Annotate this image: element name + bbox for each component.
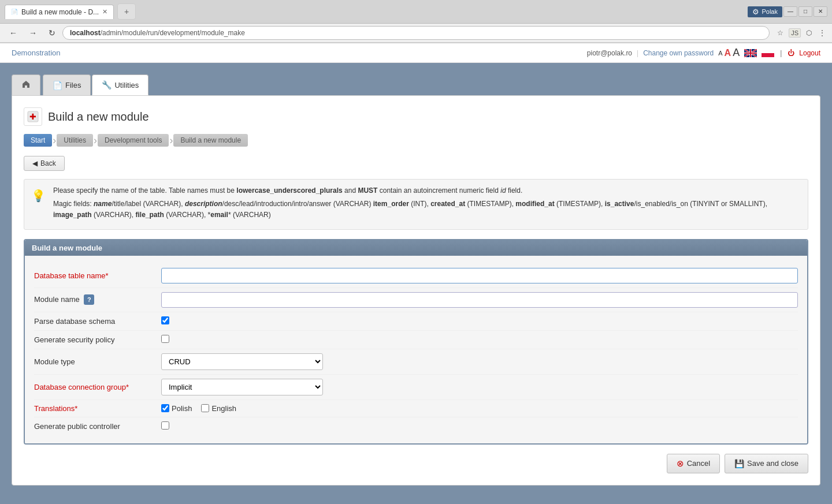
flag-pl-icon xyxy=(762,49,774,57)
back-button-label: Back xyxy=(40,159,56,167)
tab-title: Build a new module - D... xyxy=(21,8,99,16)
module-type-label: Module type xyxy=(34,357,161,366)
demo-link[interactable]: Demonstration xyxy=(12,48,61,57)
tab-utilities[interactable]: 🔧 Utilities xyxy=(92,74,148,95)
info-line1: Please specify the name of the table. Ta… xyxy=(53,185,800,196)
security-policy-checkbox[interactable] xyxy=(161,335,169,343)
info-line2: Magic fields: name/title/label (VARCHAR)… xyxy=(53,199,800,221)
breadcrumb-utilities-btn[interactable]: Utilities xyxy=(57,134,93,147)
cast-icon[interactable]: ⬡ xyxy=(804,27,814,39)
translation-polish[interactable]: Polish xyxy=(161,404,192,413)
font-small-button[interactable]: A xyxy=(718,50,722,57)
maximize-button[interactable]: □ xyxy=(798,6,812,17)
translation-english[interactable]: English xyxy=(201,404,236,413)
db-connection-select[interactable]: Implicit Default Secondary xyxy=(161,379,323,395)
section-header: Build a new module xyxy=(25,240,807,256)
info-box: 💡 Please specify the name of the table. … xyxy=(24,179,808,230)
app-header: Demonstration piotr@polak.ro | Change ow… xyxy=(0,43,832,63)
forward-nav-button[interactable]: → xyxy=(24,26,42,40)
cancel-label: Cancel xyxy=(687,459,710,468)
utilities-tab-icon: 🔧 xyxy=(102,80,112,89)
module-type-select[interactable]: CRUD Simple Custom xyxy=(161,353,323,370)
translations-row: Translations* Polish English xyxy=(34,400,798,417)
parse-schema-row: Parse database schema xyxy=(34,312,798,331)
translation-english-checkbox[interactable] xyxy=(201,404,209,412)
tab-close-button[interactable]: ✕ xyxy=(102,8,107,16)
svg-rect-1 xyxy=(762,49,774,53)
db-table-name-control xyxy=(161,268,798,283)
breadcrumb-dev-tools: Development tools › xyxy=(98,134,173,147)
refresh-nav-button[interactable]: ↻ xyxy=(44,26,60,40)
tab-utilities-label: Utilities xyxy=(114,81,139,89)
cancel-icon: ⊗ xyxy=(677,458,684,469)
font-medium-button[interactable]: A xyxy=(725,48,731,58)
public-controller-checkbox[interactable] xyxy=(161,421,169,430)
polak-logo: ⚙ Polak xyxy=(748,6,782,17)
address-path: /admin/module/run/development/module_mak… xyxy=(101,29,245,37)
db-table-name-row: Database table name* xyxy=(34,264,798,288)
files-tab-icon: 📄 xyxy=(53,81,62,90)
public-controller-control xyxy=(161,421,798,431)
menu-icon[interactable]: ⋮ xyxy=(817,27,827,39)
tab-home[interactable] xyxy=(12,74,40,95)
tabs-bar: 📄 Files 🔧 Utilities xyxy=(12,74,820,95)
security-policy-control xyxy=(161,335,798,345)
breadcrumb-build-module-btn[interactable]: Build a new module xyxy=(173,134,248,147)
minimize-button[interactable]: — xyxy=(783,6,797,17)
svg-rect-2 xyxy=(762,53,774,57)
db-table-name-input[interactable] xyxy=(161,268,798,283)
parse-schema-control xyxy=(161,316,798,326)
extension-js-icon[interactable]: JS xyxy=(789,28,801,38)
user-email: piotr@polak.ro xyxy=(587,49,632,57)
footer-buttons: ⊗ Cancel 💾 Save and close xyxy=(24,454,808,473)
change-password-link[interactable]: Change own password xyxy=(643,49,714,57)
home-tab-icon xyxy=(21,80,31,91)
page-title: Build a new module xyxy=(48,110,149,124)
header-right: piotr@polak.ro | Change own password A A… xyxy=(587,47,820,59)
main-background: 📄 Files 🔧 Utilities ✚ Build a new module… xyxy=(0,63,832,497)
module-name-label: Module name ? xyxy=(34,294,161,305)
back-nav-button[interactable]: ← xyxy=(5,26,22,40)
public-controller-label: Generate public controller xyxy=(34,422,161,431)
save-close-label: Save and close xyxy=(747,459,798,468)
save-close-button[interactable]: 💾 Save and close xyxy=(725,454,808,473)
address-bar[interactable]: localhost /admin/module/run/development/… xyxy=(62,26,770,40)
new-tab-button[interactable]: + xyxy=(117,3,136,20)
main-card: ✚ Build a new module Start › Utilities ›… xyxy=(12,95,820,486)
breadcrumb-build-module: Build a new module xyxy=(173,134,248,147)
browser-tab[interactable]: 📄 Build a new module - D... ✕ xyxy=(5,5,114,19)
font-large-button[interactable]: A xyxy=(733,47,740,59)
translation-polish-checkbox[interactable] xyxy=(161,404,169,412)
font-size-controls: A A A xyxy=(718,47,740,59)
translations-label: Translations* xyxy=(34,404,161,413)
logout-icon: ⏻ xyxy=(788,49,794,57)
address-host: localhost xyxy=(70,29,101,37)
breadcrumb-start-btn[interactable]: Start xyxy=(24,134,52,147)
back-button[interactable]: ◀ Back xyxy=(24,156,65,171)
translation-polish-label: Polish xyxy=(172,404,192,413)
module-name-control xyxy=(161,292,798,308)
translations-options: Polish English xyxy=(161,404,798,413)
module-name-help-icon[interactable]: ? xyxy=(84,294,94,305)
parse-schema-checkbox[interactable] xyxy=(161,316,169,324)
db-connection-control: Implicit Default Secondary xyxy=(161,379,798,395)
logout-link[interactable]: Logout xyxy=(799,49,820,57)
translations-control: Polish English xyxy=(161,404,798,413)
breadcrumb-devtools-btn[interactable]: Development tools xyxy=(98,134,169,147)
parse-schema-label: Parse database schema xyxy=(34,317,161,326)
form-body: Database table name* Module name ? xyxy=(25,256,807,443)
public-controller-row: Generate public controller xyxy=(34,417,798,435)
page-title-row: ✚ Build a new module xyxy=(24,107,808,126)
cancel-button[interactable]: ⊗ Cancel xyxy=(667,454,720,473)
module-type-row: Module type CRUD Simple Custom xyxy=(34,349,798,375)
close-button[interactable]: ✕ xyxy=(814,6,827,17)
section-title: Build a new module xyxy=(32,244,102,252)
module-name-row: Module name ? xyxy=(34,288,798,312)
module-name-input[interactable] xyxy=(161,292,798,308)
db-table-name-label: Database table name* xyxy=(34,271,161,280)
tab-files[interactable]: 📄 Files xyxy=(43,74,91,95)
info-lightbulb-icon: 💡 xyxy=(31,186,46,205)
page-title-icon: ✚ xyxy=(24,107,42,126)
bookmark-icon[interactable]: ☆ xyxy=(775,27,785,39)
db-connection-row: Database connection group* Implicit Defa… xyxy=(34,375,798,400)
